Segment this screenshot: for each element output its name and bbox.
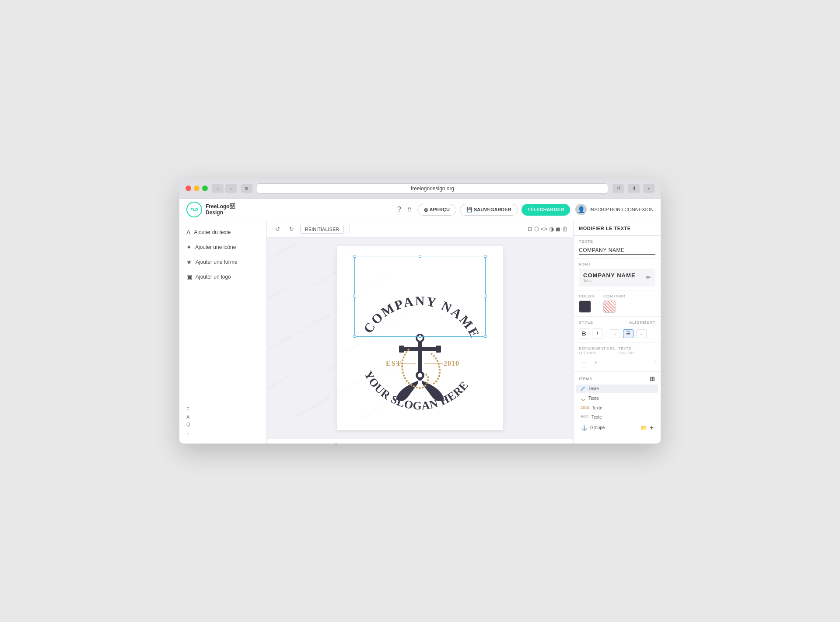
apercu-button[interactable]: ◎ APERÇU [417, 204, 456, 216]
telecharger-button[interactable]: TÉLÉCHARGER [522, 204, 570, 216]
item-curve-icon-2 [581, 396, 586, 401]
minimize-button[interactable] [194, 185, 200, 191]
text-color-arrow[interactable]: › [619, 357, 656, 364]
sidebar-add-icon-label: Ajouter une icône [195, 244, 236, 250]
icon-icon: ✦ [186, 244, 192, 251]
sidebar-add-text-label: Ajouter du texte [194, 229, 231, 235]
shape-icon: ★ [186, 259, 192, 266]
logo-canvas-inner: freelogodesign.org freelogodesign.org fr… [337, 246, 503, 430]
color-swatch-dark[interactable] [579, 301, 591, 313]
items-header: ITEMS ⊞ [574, 372, 661, 384]
logo-text: FreeLogoᅠ Design [206, 203, 235, 216]
browser-window: ‹ › ⊞ freelogodesign.org ↺ ⬆ + FLD FreeL… [179, 179, 661, 444]
items-expand-icon[interactable]: ⊞ [650, 375, 655, 382]
font-name: COMPANY NAME [583, 272, 636, 279]
new-tab-icon[interactable]: + [643, 184, 654, 193]
toolbar-icon-3[interactable]: <> [541, 226, 547, 232]
redo-button[interactable]: ↻ [286, 224, 297, 234]
svg-rect-8 [400, 347, 440, 351]
increase-spacing-button[interactable]: + [591, 357, 601, 368]
style-label: STYLE [579, 320, 593, 325]
toolbar-icons: ⊡ ⬡ <> ◑ ◼ 🗑 [528, 226, 568, 232]
item-label-1: Texte [588, 386, 651, 391]
sidebar-item-add-logo[interactable]: ▣ Ajouter un logo [179, 269, 266, 284]
reset-button[interactable]: RÉINITIALISER [300, 225, 344, 234]
item-row-4[interactable]: EST. Texte [576, 413, 658, 421]
item-curve-icon-1 [581, 386, 586, 391]
edit-font-icon[interactable]: ✏ [646, 274, 651, 281]
sauvegarder-button[interactable]: 💾 SAUVEGARDER [460, 204, 518, 216]
contour-label: CONTOUR [603, 294, 625, 298]
item-row-5[interactable]: ⚓ Groupe 📁 + [576, 422, 658, 433]
zoom-out-button[interactable]: − [274, 442, 278, 444]
browser-chrome: ‹ › ⊞ freelogodesign.org ↺ ⬆ + [179, 179, 661, 199]
sidebar-item-add-text[interactable]: A Ajouter du texte [179, 225, 266, 240]
align-left-button[interactable]: ≡ [610, 329, 620, 338]
text-icon: A [186, 229, 190, 236]
canvas-toolbar: ↺ ↻ RÉINITIALISER ⊡ ⬡ <> ◑ ◼ 🗑 [267, 221, 573, 238]
logo-area: FLD FreeLogoᅠ Design [186, 202, 235, 217]
item-label-2: Texte [588, 396, 651, 401]
logo-canvas[interactable]: freelogodesign.org freelogodesign.org fr… [337, 246, 503, 430]
frame-icon[interactable]: ⊓ [324, 442, 328, 444]
toolbar-icon-4[interactable]: ◑ [549, 226, 554, 232]
decrease-spacing-button[interactable]: − [579, 357, 589, 368]
item-label-4: Texte [592, 415, 654, 419]
share-browser-icon[interactable]: ⬆ [628, 184, 640, 193]
forward-button[interactable]: › [225, 184, 237, 193]
nav-buttons: ◎ APERÇU 💾 SAUVEGARDER TÉLÉCHARGER [417, 204, 570, 216]
item-row-1[interactable]: Texte [576, 384, 658, 393]
font-preview[interactable]: COMPANY NAME Tabs ✏ [579, 269, 655, 287]
toolbar-icon-2[interactable]: ⬡ [534, 226, 539, 232]
item-row-3[interactable]: 2010 Texte [576, 404, 658, 412]
help-icon[interactable]: ? [397, 206, 401, 213]
traffic-lights [186, 185, 208, 191]
text-section-label: TEXTE [579, 239, 655, 244]
logo-circle: FLD [186, 202, 202, 217]
main-layout: A Ajouter du texte ✦ Ajouter une icône ★… [179, 221, 661, 444]
reload-icon[interactable]: ↺ [612, 184, 624, 193]
share-icon[interactable]: ⇧ [406, 206, 412, 214]
toolbar-icon-1[interactable]: ⊡ [528, 226, 532, 232]
canvas-bottom-bar: − 144% + ⊞ ⊓ 🗑 [267, 439, 573, 444]
nav-user: 👤 INSCRIPTION / CONNEXION [575, 204, 654, 215]
font-sub: Tabs [583, 279, 636, 283]
logo-icon: ▣ [186, 273, 192, 280]
sidebar-item-add-shape[interactable]: ★ Ajouter une forme [179, 255, 266, 269]
spacing-section: ESPACEMENT DESLETTRES TEXTECOLORÉ − + [574, 343, 661, 372]
item-est-indicator: EST. [581, 415, 589, 419]
toolbar-icon-6[interactable]: 🗑 [562, 226, 568, 232]
align-center-button[interactable]: ☰ [623, 329, 634, 338]
sidebar-item-add-icon[interactable]: ✦ Ajouter une icône [179, 240, 266, 255]
close-button[interactable] [186, 185, 191, 191]
text-input[interactable] [579, 246, 655, 255]
top-nav: FLD FreeLogoᅠ Design ? ⇧ ◎ APERÇU 💾 SAUV… [179, 199, 661, 221]
back-button[interactable]: ‹ [212, 184, 224, 193]
trash-icon[interactable]: 🗑 [333, 442, 339, 444]
right-panel: MODIFIER LE TEXTE TEXTE FONT COMPANY NAM… [573, 221, 661, 444]
zoom-in-button[interactable]: + [304, 442, 308, 444]
color-swatch-outline[interactable] [603, 301, 616, 313]
user-avatar-icon: 👤 [575, 204, 587, 215]
grid-icon[interactable]: ⊞ [314, 442, 318, 444]
url-bar[interactable]: freelogodesign.org [257, 183, 608, 194]
sidebar-faq: F A Q ○ [179, 400, 266, 443]
item-anchor-indicator: ⚓ [581, 425, 588, 431]
item-add-button[interactable]: + [650, 424, 654, 432]
canvas-area: ↺ ↻ RÉINITIALISER ⊡ ⬡ <> ◑ ◼ 🗑 [267, 221, 573, 444]
toolbar-icon-5[interactable]: ◼ [556, 226, 560, 232]
undo-button[interactable]: ↺ [272, 224, 283, 234]
bold-button[interactable]: B [579, 328, 589, 339]
items-label: ITEMS [579, 377, 592, 381]
italic-button[interactable]: I [592, 328, 602, 339]
text-section: TEXTE [574, 236, 661, 259]
align-right-button[interactable]: ≡ [636, 329, 647, 338]
maximize-button[interactable] [202, 185, 208, 191]
item-row-2[interactable]: Texte [576, 394, 658, 403]
svg-point-6 [416, 335, 424, 342]
sidebar-add-logo-label: Ajouter un logo [196, 274, 231, 280]
canvas-main[interactable]: freelogodesign.org freelogodesign.org fr… [267, 238, 573, 439]
window-mode-button[interactable]: ⊞ [241, 184, 252, 193]
user-label[interactable]: INSCRIPTION / CONNEXION [589, 207, 654, 212]
sidebar: A Ajouter du texte ✦ Ajouter une icône ★… [179, 221, 267, 444]
